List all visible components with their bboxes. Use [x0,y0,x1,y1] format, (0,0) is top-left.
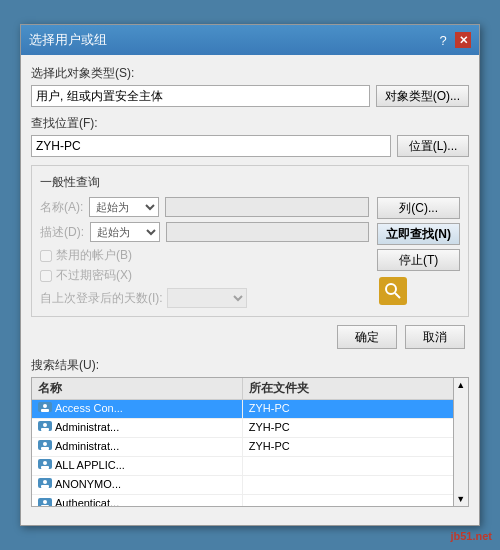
table-row[interactable]: Administrat...ZYH-PC [32,419,453,438]
desc-label: 描述(D): [40,224,84,241]
row-folder-cell: ZYH-PC [243,438,453,456]
title-controls: ? ✕ [435,32,471,48]
svg-rect-7 [41,428,49,431]
user-icon [38,402,55,414]
row-name-cell: Authenticat... [32,495,243,507]
search-icon [379,277,407,305]
table-row[interactable]: ANONYMO... [32,476,453,495]
object-type-button[interactable]: 对象类型(O)... [376,85,469,107]
table-row[interactable]: ALL APPLIC... [32,457,453,476]
watermark: jb51.net [450,530,492,542]
object-type-row: 对象类型(O)... [31,85,469,107]
object-type-group: 选择此对象类型(S): 对象类型(O)... [31,65,469,107]
object-type-label: 选择此对象类型(S): [31,65,469,82]
search-icon-container [377,275,409,307]
stop-button[interactable]: 停止(T) [377,249,460,271]
name-input[interactable] [165,197,369,217]
svg-rect-4 [41,409,49,412]
svg-point-18 [43,500,47,504]
svg-rect-19 [41,505,49,507]
scrollbar[interactable]: ▲ ▼ [454,377,469,507]
svg-point-12 [43,461,47,465]
scroll-down[interactable]: ▼ [454,492,468,506]
scroll-up[interactable]: ▲ [454,378,468,392]
svg-point-3 [43,404,47,408]
location-group: 查找位置(F): 位置(L)... [31,115,469,157]
row-folder-cell: ZYH-PC [243,419,453,437]
desc-input[interactable] [166,222,369,242]
ok-button[interactable]: 确定 [337,325,397,349]
location-row: 位置(L)... [31,135,469,157]
row-folder-cell [243,476,453,494]
svg-point-15 [43,480,47,484]
close-button[interactable]: ✕ [455,32,471,48]
location-label: 查找位置(F): [31,115,469,132]
table-row[interactable]: Administrat...ZYH-PC [32,438,453,457]
desc-select[interactable]: 起始为 [90,222,160,242]
svg-rect-16 [41,485,49,488]
user-icon [38,440,55,452]
row-folder-cell: ZYH-PC [243,400,453,418]
section-inner: 名称(A): 起始为 描述(D): 起始为 [40,197,460,308]
disabled-account-row: 禁用的帐户(B) [40,247,369,264]
help-button[interactable]: ? [435,32,451,48]
days-row: 自上次登录后的天数(I): [40,288,369,308]
user-icon [38,478,55,490]
scroll-track [454,392,468,492]
general-query-title: 一般性查询 [40,174,460,191]
svg-point-9 [43,442,47,446]
search-now-button[interactable]: 立即查找(N) [377,223,460,245]
col-folder-header: 所在文件夹 [243,378,453,399]
general-query-section: 一般性查询 名称(A): 起始为 描述(D): 起 [31,165,469,317]
svg-rect-13 [41,466,49,469]
row-folder-cell [243,495,453,507]
row-name-cell: Administrat... [32,438,243,456]
svg-rect-10 [41,447,49,450]
expired-password-checkbox[interactable] [40,270,52,282]
row-name-cell: Access Con... [32,400,243,418]
cancel-button[interactable]: 取消 [405,325,465,349]
row-name-cell: ALL APPLIC... [32,457,243,475]
days-select[interactable] [167,288,247,308]
dialog-body: 选择此对象类型(S): 对象类型(O)... 查找位置(F): 位置(L)...… [21,55,479,525]
expired-password-label: 不过期密码(X) [56,267,132,284]
table-header: 名称 所在文件夹 [32,378,453,400]
results-body: Access Con...ZYH-PC Administrat...ZYH-PC… [32,400,453,507]
select-user-dialog: 选择用户或组 ? ✕ 选择此对象类型(S): 对象类型(O)... 查找位置(F… [20,24,480,526]
location-button[interactable]: 位置(L)... [397,135,469,157]
row-folder-cell [243,457,453,475]
dialog-title: 选择用户或组 [29,31,107,49]
user-icon [38,421,55,433]
table-row[interactable]: Authenticat... [32,495,453,507]
svg-point-0 [386,284,396,294]
col-name-header: 名称 [32,378,243,399]
object-type-input[interactable] [31,85,370,107]
results-table[interactable]: 名称 所在文件夹 Access Con...ZYH-PC Administrat… [31,377,454,507]
results-label: 搜索结果(U): [31,357,469,374]
name-select[interactable]: 起始为 [89,197,159,217]
user-icon [38,497,55,507]
name-label: 名称(A): [40,199,83,216]
title-bar: 选择用户或组 ? ✕ [21,25,479,55]
right-buttons: 列(C)... 立即查找(N) 停止(T) [377,197,460,308]
user-icon [38,459,55,471]
results-table-container: 名称 所在文件夹 Access Con...ZYH-PC Administrat… [31,377,469,507]
days-label: 自上次登录后的天数(I): [40,290,163,307]
list-columns-button[interactable]: 列(C)... [377,197,460,219]
section-form: 名称(A): 起始为 描述(D): 起始为 [40,197,369,308]
disabled-account-checkbox[interactable] [40,250,52,262]
disabled-account-label: 禁用的帐户(B) [56,247,132,264]
row-name-cell: ANONYMO... [32,476,243,494]
expired-password-row: 不过期密码(X) [40,267,369,284]
table-row[interactable]: Access Con...ZYH-PC [32,400,453,419]
confirm-row: 确定 取消 [31,325,469,349]
location-input[interactable] [31,135,391,157]
row-name-cell: Administrat... [32,419,243,437]
svg-point-6 [43,423,47,427]
svg-line-1 [395,293,400,298]
results-group: 搜索结果(U): 名称 所在文件夹 Access Con...ZYH-PC Ad… [31,357,469,507]
